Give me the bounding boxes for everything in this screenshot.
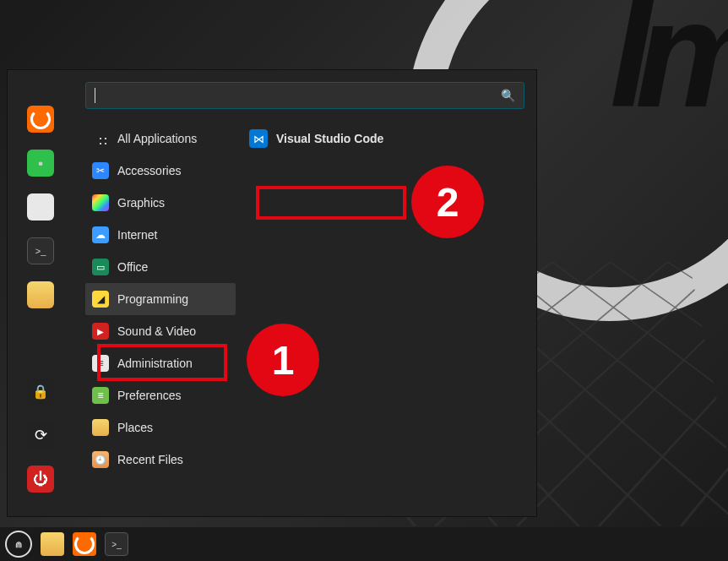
category-icon: [92, 194, 109, 211]
category-preferences[interactable]: ≡Preferences: [85, 379, 236, 411]
category-label: Office: [117, 260, 148, 274]
menu-main-area: 🔍 All Applications✂AccessoriesGraphics☁I…: [73, 70, 536, 516]
category-label: All Applications: [117, 132, 197, 145]
category-sound-video[interactable]: ▶Sound & Video: [85, 315, 236, 347]
system-power-button[interactable]: ⏻: [27, 466, 54, 493]
application-menu: ●>_ 🔒⟳⏻ 🔍 All Applications✂AccessoriesGr…: [7, 69, 537, 517]
category-all-applications[interactable]: All Applications: [85, 123, 236, 155]
category-places[interactable]: Places: [85, 411, 236, 444]
category-graphics[interactable]: Graphics: [85, 187, 236, 219]
app-icon: ⋈: [249, 129, 268, 148]
category-label: Administration: [117, 357, 193, 370]
category-office[interactable]: ▭Office: [85, 251, 236, 283]
favorite-firefox[interactable]: [27, 106, 54, 133]
category-label: Recent Files: [117, 453, 183, 466]
category-icon: ≡: [92, 387, 109, 404]
category-label: Places: [117, 421, 153, 434]
wallpaper-logo-text: lm: [610, 0, 728, 141]
taskbar-files[interactable]: [41, 532, 64, 556]
category-accessories[interactable]: ✂Accessories: [85, 155, 236, 187]
category-label: Programming: [117, 292, 188, 306]
category-icon: [92, 130, 109, 147]
category-programming[interactable]: ◢Programming: [85, 283, 236, 315]
taskbar: ⋒>_: [0, 527, 728, 561]
favorite-files[interactable]: [27, 281, 54, 308]
category-label: Graphics: [117, 196, 165, 210]
category-recent-files[interactable]: 🕘Recent Files: [85, 444, 236, 476]
category-label: Accessories: [117, 164, 181, 177]
search-icon: 🔍: [501, 89, 515, 102]
favorites-sidebar: ●>_ 🔒⟳⏻: [8, 70, 73, 516]
category-label: Sound & Video: [117, 324, 196, 338]
category-icon: ☁: [92, 226, 109, 243]
category-icon: ✂: [92, 162, 109, 179]
category-administration[interactable]: ≡Administration: [85, 347, 236, 379]
app-visual-studio-code[interactable]: ⋈Visual Studio Code: [242, 123, 524, 155]
category-label: Internet: [117, 228, 157, 242]
annotation-badge-2: 2: [411, 166, 484, 238]
category-label: Preferences: [117, 389, 181, 402]
favorite-display-settings[interactable]: [27, 193, 54, 221]
system-logout-button[interactable]: ⟳: [27, 422, 54, 449]
category-internet[interactable]: ☁Internet: [85, 219, 236, 251]
search-input[interactable]: [101, 89, 501, 102]
applications-column: ⋈Visual Studio Code: [236, 123, 524, 504]
category-icon: ▭: [92, 259, 109, 275]
category-icon: ◢: [92, 291, 109, 308]
category-icon: 🕘: [92, 451, 109, 468]
system-lock-button[interactable]: 🔒: [27, 378, 54, 405]
categories-column: All Applications✂AccessoriesGraphics☁Int…: [85, 123, 236, 504]
category-icon: ≡: [92, 355, 109, 372]
text-cursor: [95, 88, 95, 103]
app-label: Visual Studio Code: [276, 132, 383, 145]
search-box[interactable]: 🔍: [85, 82, 524, 109]
taskbar-terminal[interactable]: >_: [105, 532, 128, 556]
favorite-chat[interactable]: ●: [27, 150, 54, 177]
category-icon: ▶: [92, 323, 109, 340]
annotation-badge-1: 1: [247, 324, 319, 396]
favorite-terminal[interactable]: >_: [27, 237, 54, 264]
taskbar-mint-menu[interactable]: ⋒: [5, 531, 32, 558]
category-icon: [92, 419, 109, 436]
taskbar-firefox[interactable]: [73, 532, 96, 556]
